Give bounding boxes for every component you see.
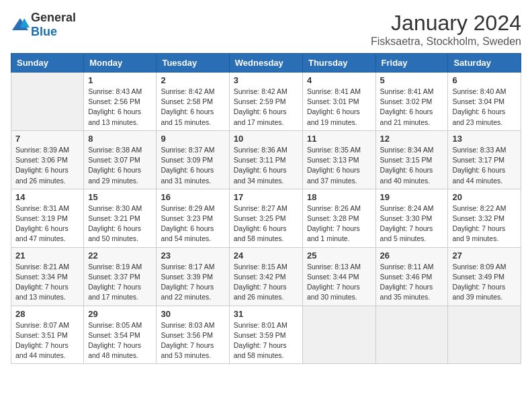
logo-icon	[11, 15, 30, 34]
day-cell: 5Sunrise: 8:41 AMSunset: 3:02 PMDaylight…	[375, 73, 448, 131]
calendar-table: SundayMondayTuesdayWednesdayThursdayFrid…	[11, 53, 521, 364]
day-info: Sunrise: 8:07 AMSunset: 3:51 PMDaylight:…	[15, 320, 79, 361]
day-number: 10	[234, 134, 298, 144]
day-number: 5	[380, 75, 444, 85]
day-number: 12	[380, 134, 444, 144]
day-cell	[375, 306, 448, 364]
day-info: Sunrise: 8:11 AMSunset: 3:46 PMDaylight:…	[380, 262, 444, 303]
day-number: 23	[161, 250, 224, 261]
day-number: 4	[307, 75, 371, 85]
day-number: 1	[88, 75, 152, 85]
day-cell: 19Sunrise: 8:24 AMSunset: 3:30 PMDayligh…	[375, 189, 448, 247]
day-number: 3	[234, 75, 298, 85]
day-info: Sunrise: 8:24 AMSunset: 3:30 PMDaylight:…	[380, 203, 444, 244]
day-info: Sunrise: 8:40 AMSunset: 3:04 PMDaylight:…	[452, 87, 517, 128]
day-cell: 31Sunrise: 8:01 AMSunset: 3:59 PMDayligh…	[229, 306, 302, 364]
day-cell: 22Sunrise: 8:19 AMSunset: 3:37 PMDayligh…	[84, 247, 157, 306]
day-number: 19	[380, 192, 444, 202]
day-cell	[448, 306, 521, 364]
day-number: 9	[161, 134, 224, 144]
col-header-tuesday: Tuesday	[157, 54, 229, 73]
day-info: Sunrise: 8:42 AMSunset: 2:59 PMDaylight:…	[234, 87, 298, 128]
week-row-2: 7Sunrise: 8:39 AMSunset: 3:06 PMDaylight…	[11, 130, 521, 189]
week-row-4: 21Sunrise: 8:21 AMSunset: 3:34 PMDayligh…	[11, 247, 521, 306]
day-info: Sunrise: 8:03 AMSunset: 3:56 PMDaylight:…	[161, 320, 224, 361]
day-number: 27	[452, 250, 517, 261]
day-cell: 7Sunrise: 8:39 AMSunset: 3:06 PMDaylight…	[11, 130, 84, 189]
day-cell: 12Sunrise: 8:34 AMSunset: 3:15 PMDayligh…	[375, 130, 448, 189]
day-cell: 2Sunrise: 8:42 AMSunset: 2:58 PMDaylight…	[157, 73, 229, 131]
day-number: 26	[380, 250, 444, 261]
day-info: Sunrise: 8:33 AMSunset: 3:17 PMDaylight:…	[452, 145, 517, 186]
day-number: 11	[307, 134, 371, 144]
day-info: Sunrise: 8:21 AMSunset: 3:34 PMDaylight:…	[15, 262, 79, 303]
day-number: 8	[88, 134, 152, 144]
day-cell: 25Sunrise: 8:13 AMSunset: 3:44 PMDayligh…	[302, 247, 375, 306]
col-header-monday: Monday	[84, 54, 157, 73]
day-number: 7	[15, 134, 79, 144]
day-info: Sunrise: 8:42 AMSunset: 2:58 PMDaylight:…	[161, 87, 224, 128]
day-number: 14	[15, 192, 79, 202]
header-row: SundayMondayTuesdayWednesdayThursdayFrid…	[11, 54, 521, 73]
logo-general: General	[31, 11, 76, 24]
day-cell: 20Sunrise: 8:22 AMSunset: 3:32 PMDayligh…	[448, 189, 521, 247]
day-info: Sunrise: 8:35 AMSunset: 3:13 PMDaylight:…	[307, 145, 371, 186]
day-info: Sunrise: 8:27 AMSunset: 3:25 PMDaylight:…	[234, 203, 298, 244]
day-number: 25	[307, 250, 371, 261]
day-number: 13	[452, 134, 517, 144]
day-info: Sunrise: 8:30 AMSunset: 3:21 PMDaylight:…	[88, 203, 152, 244]
week-row-5: 28Sunrise: 8:07 AMSunset: 3:51 PMDayligh…	[11, 306, 521, 364]
day-cell	[302, 306, 375, 364]
day-cell: 21Sunrise: 8:21 AMSunset: 3:34 PMDayligh…	[11, 247, 84, 306]
day-info: Sunrise: 8:37 AMSunset: 3:09 PMDaylight:…	[161, 145, 224, 186]
day-cell: 16Sunrise: 8:29 AMSunset: 3:23 PMDayligh…	[157, 189, 229, 247]
day-cell: 28Sunrise: 8:07 AMSunset: 3:51 PMDayligh…	[11, 306, 84, 364]
day-info: Sunrise: 8:36 AMSunset: 3:11 PMDaylight:…	[234, 145, 298, 186]
day-cell: 6Sunrise: 8:40 AMSunset: 3:04 PMDaylight…	[448, 73, 521, 131]
day-number: 17	[234, 192, 298, 202]
day-cell: 11Sunrise: 8:35 AMSunset: 3:13 PMDayligh…	[302, 130, 375, 189]
day-cell: 29Sunrise: 8:05 AMSunset: 3:54 PMDayligh…	[84, 306, 157, 364]
day-cell: 23Sunrise: 8:17 AMSunset: 3:39 PMDayligh…	[157, 247, 229, 306]
day-cell: 14Sunrise: 8:31 AMSunset: 3:19 PMDayligh…	[11, 189, 84, 247]
day-number: 21	[15, 250, 79, 261]
day-info: Sunrise: 8:22 AMSunset: 3:32 PMDaylight:…	[452, 203, 517, 244]
day-info: Sunrise: 8:38 AMSunset: 3:07 PMDaylight:…	[88, 145, 152, 186]
day-number: 15	[88, 192, 152, 202]
month-title: January 2024	[371, 11, 521, 36]
week-row-3: 14Sunrise: 8:31 AMSunset: 3:19 PMDayligh…	[11, 189, 521, 247]
logo: General Blue	[11, 11, 76, 39]
col-header-thursday: Thursday	[302, 54, 375, 73]
col-header-friday: Friday	[375, 54, 448, 73]
day-number: 29	[88, 309, 152, 319]
col-header-sunday: Sunday	[11, 54, 84, 73]
day-cell: 9Sunrise: 8:37 AMSunset: 3:09 PMDaylight…	[157, 130, 229, 189]
day-cell: 26Sunrise: 8:11 AMSunset: 3:46 PMDayligh…	[375, 247, 448, 306]
day-number: 20	[452, 192, 517, 202]
day-info: Sunrise: 8:05 AMSunset: 3:54 PMDaylight:…	[88, 320, 152, 361]
week-row-1: 1Sunrise: 8:43 AMSunset: 2:56 PMDaylight…	[11, 73, 521, 131]
day-cell: 8Sunrise: 8:38 AMSunset: 3:07 PMDaylight…	[84, 130, 157, 189]
day-info: Sunrise: 8:15 AMSunset: 3:42 PMDaylight:…	[234, 262, 298, 303]
day-cell: 4Sunrise: 8:41 AMSunset: 3:01 PMDaylight…	[302, 73, 375, 131]
day-cell: 3Sunrise: 8:42 AMSunset: 2:59 PMDaylight…	[229, 73, 302, 131]
day-number: 24	[234, 250, 298, 261]
day-number: 2	[161, 75, 224, 85]
day-info: Sunrise: 8:19 AMSunset: 3:37 PMDaylight:…	[88, 262, 152, 303]
col-header-wednesday: Wednesday	[229, 54, 302, 73]
day-cell: 30Sunrise: 8:03 AMSunset: 3:56 PMDayligh…	[157, 306, 229, 364]
day-info: Sunrise: 8:09 AMSunset: 3:49 PMDaylight:…	[452, 262, 517, 303]
day-info: Sunrise: 8:01 AMSunset: 3:59 PMDaylight:…	[234, 320, 298, 361]
day-info: Sunrise: 8:17 AMSunset: 3:39 PMDaylight:…	[161, 262, 224, 303]
day-info: Sunrise: 8:13 AMSunset: 3:44 PMDaylight:…	[307, 262, 371, 303]
day-cell	[11, 73, 84, 131]
day-cell: 13Sunrise: 8:33 AMSunset: 3:17 PMDayligh…	[448, 130, 521, 189]
day-info: Sunrise: 8:41 AMSunset: 3:02 PMDaylight:…	[380, 87, 444, 128]
day-number: 18	[307, 192, 371, 202]
location-title: Fisksaetra, Stockholm, Sweden	[371, 36, 521, 48]
day-cell: 1Sunrise: 8:43 AMSunset: 2:56 PMDaylight…	[84, 73, 157, 131]
header: General Blue January 2024 Fisksaetra, St…	[11, 11, 521, 48]
day-info: Sunrise: 8:39 AMSunset: 3:06 PMDaylight:…	[15, 145, 79, 186]
day-number: 16	[161, 192, 224, 202]
day-cell: 24Sunrise: 8:15 AMSunset: 3:42 PMDayligh…	[229, 247, 302, 306]
